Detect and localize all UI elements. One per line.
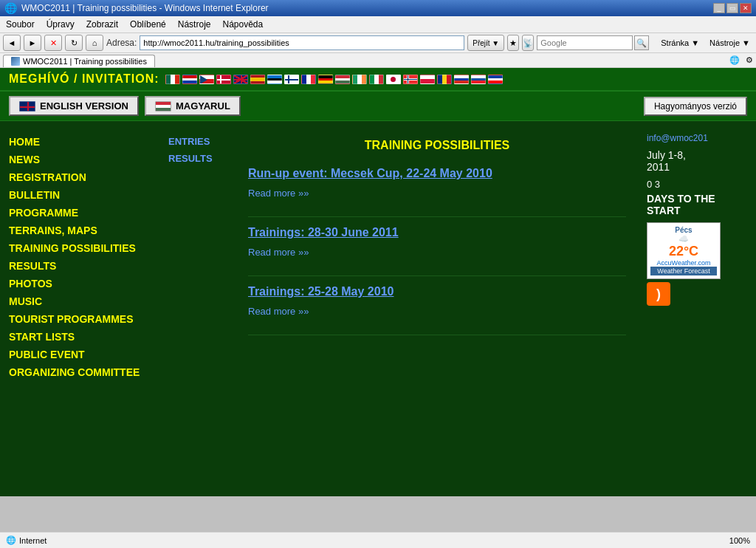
menu-oblibene[interactable]: Oblíbené [127,18,169,31]
nav-music[interactable]: MUSIC [9,292,154,310]
weather-icon: ☁️ [650,234,717,244]
forward-button[interactable]: ► [24,35,41,51]
menu-upravy[interactable]: Úpravy [44,18,78,31]
article-1-read-more[interactable]: Read more »» [248,183,626,210]
weather-forecast-link[interactable]: Weather Forecast [650,267,717,275]
flag-pl [420,75,435,84]
contact-email[interactable]: info@wmoc201 [647,133,747,143]
search-bar: 🔍 [537,35,649,50]
flag-cz [199,75,214,84]
nav-tourist-programmes[interactable]: TOURIST PROGRAMMES [9,310,154,328]
countdown-numbers: 0 3 [647,179,747,190]
traditional-button-label: Hagyományos verzió [654,101,737,112]
restore-button[interactable]: ▭ [726,3,738,13]
nav-home[interactable]: HOME [9,133,154,151]
flag-jp [386,75,401,84]
nav-bulletin[interactable]: BULLETIN [9,186,154,204]
search-button[interactable]: 🔍 [634,35,649,50]
article-2: Trainings: 28-30 June 2011 Read more »» [248,223,626,276]
date-line2: 2011 [647,161,670,173]
magyar-flag-icon [155,101,171,112]
flag-it [369,75,384,84]
stop-button[interactable]: ✕ [44,35,62,51]
address-go-button[interactable]: Přejít ▼ [467,35,504,51]
article-3-read-more[interactable]: Read more »» [248,301,626,329]
refresh-button[interactable]: ↻ [65,35,83,51]
english-version-button[interactable]: ENGLISH VERSION [9,96,139,116]
traditional-view-button[interactable]: Hagyományos verzió [644,97,747,116]
address-label: Adresa: [106,38,137,48]
toolbar-right-nástroje[interactable]: ⚙ [746,55,753,65]
weather-brand: AccuWeather.com [650,259,717,267]
invitation-label: MEGHÍVÓ / INVITATION: [9,72,159,86]
article-2-read-more[interactable]: Read more »» [248,242,626,270]
menu-nastroje[interactable]: Nástroje [175,18,214,31]
flag-hr [182,75,197,84]
flag-si [488,75,503,84]
article-1-title[interactable]: Run-up event: Mecsek Cup, 22-24 May 2010 [248,164,626,183]
article-2-title[interactable]: Trainings: 28-30 June 2011 [248,223,626,242]
main-layout: HOME NEWS REGISTRATION BULLETIN PROGRAMM… [0,121,756,393]
flag-icons [165,75,503,84]
flag-bg [165,75,180,84]
magyar-version-button[interactable]: MAGYARUL [145,96,241,116]
flag-sk [471,75,486,84]
toolbar-right-stránka[interactable]: 🌐 [729,55,740,65]
menu-soubor[interactable]: Soubor [3,18,38,31]
weather-city: Pécs [650,226,717,234]
favorites-button[interactable]: ★ [507,35,519,51]
magyar-button-label: MAGYARUL [176,100,230,112]
flag-dk [216,75,231,84]
menu-bar: Soubor Úpravy Zobrazit Oblíbené Nástroje… [0,16,756,33]
left-navigation: HOME NEWS REGISTRATION BULLETIN PROGRAMM… [0,127,162,387]
address-bar: Adresa: Přejít ▼ [106,35,504,51]
menu-napoveda[interactable]: Nápověda [219,18,266,31]
toolbar-stránka[interactable]: Stránka ▼ [658,37,702,49]
flag-ro [437,75,452,84]
title-bar: 🌐 WMOC2011 | Training possibilities - Wi… [0,0,756,16]
weather-widget: Pécs ☁️ 22°C AccuWeather.com Weather For… [647,222,721,279]
flag-fr [301,75,316,84]
nav-photos[interactable]: PHOTOS [9,275,154,292]
toolbar: ◄ ► ✕ ↻ ⌂ Adresa: Přejít ▼ ★ 📡 🔍 Stránka… [0,33,756,53]
article-3-title[interactable]: Trainings: 25-28 May 2010 [248,282,626,301]
feeds-button[interactable]: 📡 [522,35,534,51]
toolbar-nástroje[interactable]: Nástroje ▼ [707,37,753,49]
language-bar: ENGLISH VERSION MAGYARUL Hagyományos ver… [0,92,756,121]
rss-icon[interactable]: ) [647,282,670,306]
invitation-bar: MEGHÍVÓ / INVITATION: [0,68,756,92]
menu-zobrazit[interactable]: Zobrazit [83,18,121,31]
flag-no [403,75,418,84]
nav-public-event[interactable]: PUBLIC EVENT [9,346,154,363]
nav-registration[interactable]: REGISTRATION [9,168,154,186]
tab-favicon [11,57,20,66]
secondary-nav: ENTRIES RESULTS [162,127,236,387]
close-button[interactable]: ✕ [740,3,752,13]
back-button[interactable]: ◄ [3,35,21,51]
nav-terrains-maps[interactable]: TERRAINS, MAPS [9,222,154,239]
page-title: TRAINING POSSIBILITIES [248,133,626,164]
tab-main[interactable]: WMOC2011 | Training possibilities [3,55,155,67]
nav-entries[interactable]: ENTRIES [168,133,230,150]
nav-start-lists[interactable]: START LISTS [9,328,154,346]
nav-results[interactable]: RESULTS [9,257,154,275]
search-input[interactable] [537,35,633,50]
nav-results-secondary[interactable]: RESULTS [168,150,230,167]
tab-label: WMOC2011 | Training possibilities [23,57,147,66]
home-button[interactable]: ⌂ [86,35,103,51]
nav-training-possibilities[interactable]: TRAINING POSSIBILITIES [9,239,154,257]
nav-programme[interactable]: PROGRAMME [9,204,154,222]
nav-news[interactable]: NEWS [9,151,154,168]
days-to-start-label: DAYS TO THE START [647,190,747,219]
window-title: WMOC2011 | Training possibilities - Wind… [21,3,269,13]
minimize-button[interactable]: _ [713,3,725,13]
flag-hu [335,75,350,84]
nav-organizing-committee[interactable]: ORGANIZING COMMITTEE [9,363,154,381]
flag-ru [454,75,469,84]
flag-de [318,75,333,84]
rss-symbol: ) [656,287,661,302]
article-3: Trainings: 25-28 May 2010 Read more »» [248,282,626,335]
address-input[interactable] [140,35,464,50]
page-content: MEGHÍVÓ / INVITATION: [0,68,756,496]
right-sidebar: info@wmoc201 July 1-8, 2011 0 3 DAYS TO … [638,127,756,387]
